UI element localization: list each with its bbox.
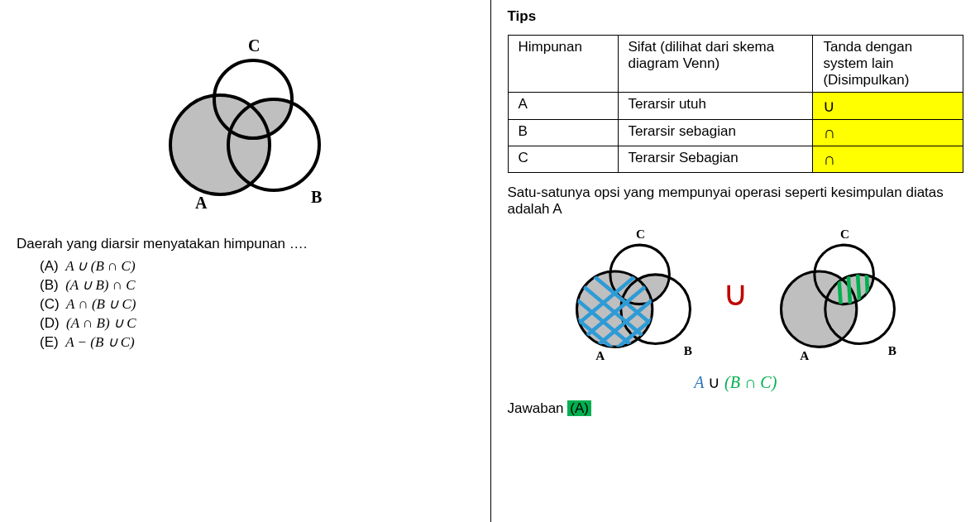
label-A: A: [195, 194, 208, 212]
option-b: (B) (A ∪ B) ∩ C: [40, 276, 474, 294]
venn-bc-hatched-icon: A B C: [755, 224, 920, 369]
tips-title: Tips: [508, 8, 964, 25]
svg-text:A: A: [595, 348, 605, 362]
option-d: (D) (A ∩ B) ∪ C: [40, 314, 474, 332]
svg-text:C: C: [636, 227, 645, 241]
label-B: B: [311, 188, 322, 206]
answer-badge: (A): [567, 400, 591, 416]
option-e: (E) A − (B ∪ C): [40, 333, 474, 351]
svg-text:A: A: [800, 348, 809, 362]
col-tanda: Tanda dengan system lain (Disimpulkan): [813, 36, 963, 93]
conclusion-diagrams: A B C ∪: [508, 224, 964, 369]
colored-expression: A ∪ (B ∩ C): [508, 372, 964, 392]
question-venn: A B C: [17, 33, 474, 227]
question-panel: A B C Daerah yang diarsir menyatakan him…: [0, 0, 490, 522]
conclusion-text: Satu-satunya opsi yang mempunyai operasi…: [508, 184, 964, 218]
union-symbol: ∪: [723, 273, 748, 314]
question-text: Daerah yang diarsir menyatakan himpunan …: [17, 236, 474, 252]
table-header-row: Himpunan Sifat (dilihat dari skema diagr…: [508, 36, 963, 93]
col-sifat: Sifat (dilihat dari skema diagram Venn): [618, 36, 813, 93]
svg-text:C: C: [840, 227, 849, 241]
table-row: C Terarsir Sebagian ∩: [508, 146, 963, 173]
tips-panel: Tips Himpunan Sifat (dilihat dari skema …: [490, 0, 981, 522]
svg-text:B: B: [888, 343, 896, 357]
svg-text:B: B: [684, 343, 692, 357]
venn-a-hatched-icon: A B C: [551, 224, 716, 369]
table-row: B Terarsir sebagian ∩: [508, 120, 963, 146]
label-C: C: [248, 36, 260, 55]
venn-diagram-icon: A B C: [137, 33, 352, 223]
option-a: (A) A ∪ (B ∩ C): [40, 257, 474, 275]
answer-line: Jawaban (A): [508, 400, 964, 417]
table-row: A Terarsir utuh ∪: [508, 93, 963, 120]
col-himpunan: Himpunan: [508, 36, 618, 93]
options-list: (A) A ∪ (B ∩ C) (B) (A ∪ B) ∩ C (C) A ∩ …: [17, 257, 474, 351]
tips-table: Himpunan Sifat (dilihat dari skema diagr…: [508, 35, 964, 173]
option-c: (C) A ∩ (B ∪ C): [40, 295, 474, 313]
